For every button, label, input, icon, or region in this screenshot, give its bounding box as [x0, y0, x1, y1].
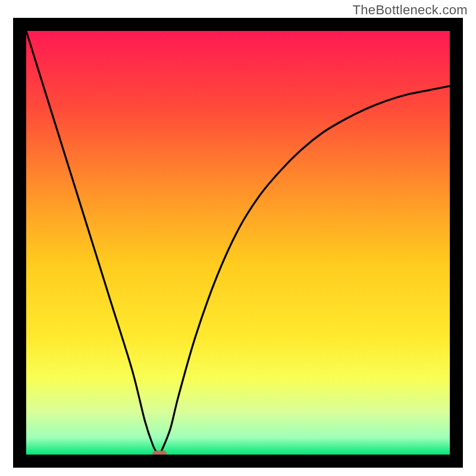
plot-svg — [26, 31, 450, 455]
chart-container: TheBottleneck.com — [0, 0, 476, 476]
minimum-marker — [152, 451, 167, 455]
watermark-text: TheBottleneck.com — [353, 2, 468, 18]
plot-frame — [13, 18, 463, 468]
gradient-bg — [26, 31, 450, 455]
